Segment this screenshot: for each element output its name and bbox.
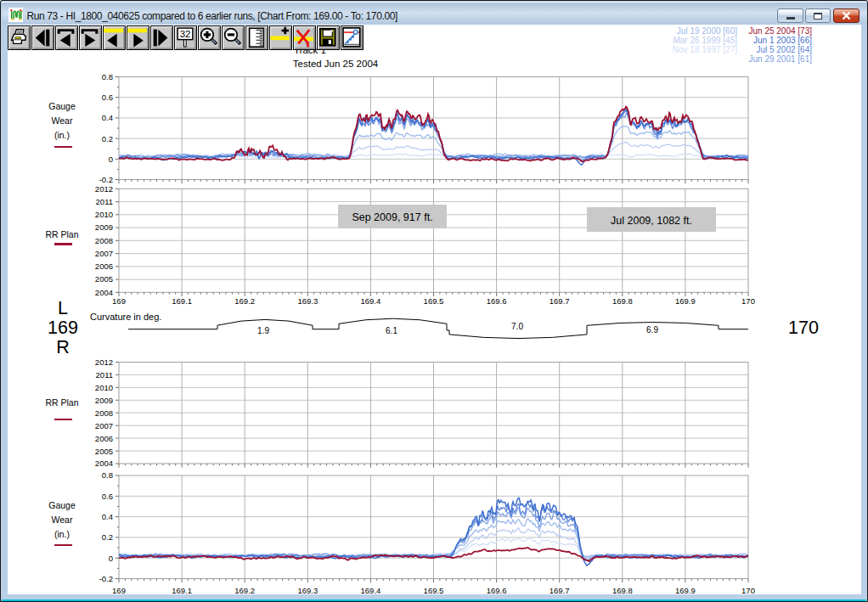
svg-text:2006: 2006 <box>95 262 113 271</box>
svg-text:169: 169 <box>112 296 126 306</box>
svg-text:169: 169 <box>112 586 126 595</box>
svg-text:2009: 2009 <box>95 396 113 405</box>
svg-text:Sep 2009, 917 ft.: Sep 2009, 917 ft. <box>352 211 432 223</box>
svg-text:2012: 2012 <box>95 184 113 194</box>
svg-text:169.3: 169.3 <box>297 296 318 306</box>
svg-text:2011: 2011 <box>96 197 113 206</box>
svg-text:0: 0 <box>109 554 113 563</box>
svg-text:169.7: 169.7 <box>550 586 570 595</box>
svg-text:2005: 2005 <box>95 447 113 456</box>
svg-text:0.8: 0.8 <box>102 470 113 480</box>
svg-text:2008: 2008 <box>95 236 113 245</box>
svg-text:169.1: 169.1 <box>172 296 192 306</box>
svg-text:169.5: 169.5 <box>424 296 444 306</box>
svg-text:170: 170 <box>741 296 755 306</box>
svg-text:2010: 2010 <box>95 210 113 219</box>
svg-text:169.7: 169.7 <box>550 296 570 306</box>
svg-text:169.4: 169.4 <box>361 586 381 595</box>
svg-text:169.6: 169.6 <box>487 586 507 595</box>
svg-text:0.2: 0.2 <box>102 134 113 143</box>
svg-text:169.6: 169.6 <box>487 296 507 306</box>
svg-text:2008: 2008 <box>95 408 113 418</box>
svg-text:169.8: 169.8 <box>612 586 633 595</box>
svg-text:0: 0 <box>109 155 113 164</box>
svg-text:6.9: 6.9 <box>646 325 658 335</box>
svg-text:2009: 2009 <box>95 222 113 232</box>
svg-text:169.2: 169.2 <box>234 296 255 306</box>
svg-text:0.8: 0.8 <box>102 72 113 82</box>
svg-text:0.6: 0.6 <box>102 93 113 102</box>
svg-text:Jul 2009, 1082 ft.: Jul 2009, 1082 ft. <box>611 215 692 227</box>
svg-text:2010: 2010 <box>95 383 113 392</box>
svg-text:6.1: 6.1 <box>386 326 397 335</box>
svg-text:2007: 2007 <box>95 249 113 258</box>
svg-text:2005: 2005 <box>95 274 113 284</box>
svg-text:2004: 2004 <box>95 288 113 297</box>
svg-text:2011: 2011 <box>96 370 113 380</box>
svg-text:32: 32 <box>180 29 191 39</box>
svg-text:7.0: 7.0 <box>511 322 523 331</box>
svg-text:2004: 2004 <box>95 459 113 468</box>
svg-text:169.1: 169.1 <box>172 586 192 595</box>
svg-text:-0.2: -0.2 <box>99 175 113 184</box>
svg-text:2006: 2006 <box>95 434 113 443</box>
svg-text:Curvature in deg.: Curvature in deg. <box>90 312 161 322</box>
svg-text:0.4: 0.4 <box>102 512 113 521</box>
svg-text:169.9: 169.9 <box>675 296 696 306</box>
svg-text:0.4: 0.4 <box>102 113 113 122</box>
svg-text:2012: 2012 <box>95 357 113 367</box>
svg-text:169.2: 169.2 <box>234 586 255 595</box>
svg-text:2007: 2007 <box>95 421 113 430</box>
svg-text:1.9: 1.9 <box>257 326 269 335</box>
svg-text:169.5: 169.5 <box>424 586 444 595</box>
svg-text:169.4: 169.4 <box>361 296 381 306</box>
svg-text:170: 170 <box>741 586 755 595</box>
svg-text:0.6: 0.6 <box>102 492 113 501</box>
svg-text:0.2: 0.2 <box>102 532 113 542</box>
svg-text:169.3: 169.3 <box>297 586 318 595</box>
svg-text:169.9: 169.9 <box>675 586 696 595</box>
svg-text:-0.2: -0.2 <box>99 574 113 583</box>
svg-text:169.8: 169.8 <box>612 296 633 306</box>
